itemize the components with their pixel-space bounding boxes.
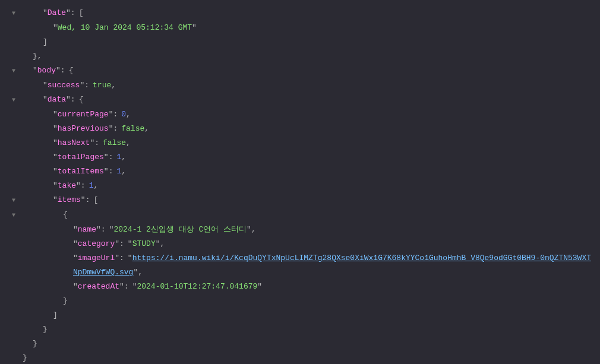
json-line: "hasPrevious":false,	[0, 122, 600, 136]
json-content: "hasNext":false,	[23, 136, 600, 150]
json-line: }	[0, 322, 600, 337]
json-string: 2024-01-10T12:27:47.041679	[137, 282, 257, 291]
json-line: "imageUrl":"https://i.namu.wiki/i/KcqDuQ…	[0, 251, 600, 280]
json-line: "name":"2024-1 2신입생 대상 C언어 스터디",	[0, 223, 600, 237]
json-content: "imageUrl":"https://i.namu.wiki/i/KcqDuQ…	[23, 251, 600, 280]
json-line: }	[0, 351, 600, 364]
json-content: "Wed, 10 Jan 2024 05:12:34 GMT"	[23, 21, 600, 35]
json-viewer: ▼ "Date":[ "Wed, 10 Jan 2024 05:12:34 GM…	[0, 6, 600, 364]
json-key: success	[48, 81, 80, 90]
json-content: }	[23, 294, 600, 308]
json-line: "category":"STUDY",	[0, 237, 600, 251]
json-content: "createdAt":"2024-01-10T12:27:47.041679"	[23, 280, 600, 294]
json-key: hasPrevious	[58, 124, 109, 133]
json-line: ▼ "body":{	[0, 64, 600, 78]
json-key: data	[48, 95, 66, 104]
chevron-down-icon: ▼	[12, 64, 15, 78]
json-key: category	[78, 239, 115, 248]
json-key: hasNext	[58, 138, 90, 147]
json-content: "name":"2024-1 2신입생 대상 C언어 스터디",	[23, 223, 600, 237]
json-key: name	[78, 225, 96, 234]
json-key: take	[58, 181, 76, 190]
json-number: 0	[121, 110, 126, 119]
json-content: "data":{	[23, 93, 600, 107]
json-boolean: false	[103, 138, 126, 147]
chevron-down-icon: ▼	[12, 7, 15, 21]
json-content: "category":"STUDY",	[23, 237, 600, 251]
json-line: ▼ "items":[	[0, 193, 600, 208]
json-line: ]	[0, 35, 600, 49]
json-key: imageUrl	[78, 254, 115, 262]
json-string: 2024-1 2신입생 대상 C언어 스터디	[113, 225, 247, 234]
json-content: }	[23, 322, 600, 337]
json-line: "totalPages":1,	[0, 150, 600, 164]
json-line: "success":true,	[0, 78, 600, 93]
json-line: "totalItems":1,	[0, 164, 600, 179]
json-content: "success":true,	[23, 78, 600, 93]
fold-toggle[interactable]: ▼	[0, 93, 23, 107]
fold-toggle[interactable]: ▼	[0, 193, 23, 208]
json-content: ]	[23, 308, 600, 322]
json-content: "currentPage":0,	[23, 107, 600, 122]
json-content: },	[23, 49, 600, 64]
json-string: STUDY	[132, 239, 156, 248]
json-boolean: true	[93, 81, 111, 90]
chevron-down-icon: ▼	[12, 194, 15, 208]
chevron-down-icon: ▼	[12, 208, 15, 223]
json-content: "take":1,	[23, 179, 600, 193]
json-line: },	[0, 49, 600, 64]
fold-toggle[interactable]: ▼	[0, 208, 23, 223]
fold-toggle[interactable]: ▼	[0, 6, 23, 21]
json-boolean: false	[121, 124, 144, 133]
json-content: "totalItems":1,	[23, 164, 600, 179]
json-content: }	[23, 351, 600, 364]
json-key: createdAt	[78, 282, 119, 291]
json-content: "body":{	[23, 64, 600, 78]
json-line: ▼ {	[0, 208, 600, 223]
json-line: "take":1,	[0, 179, 600, 193]
json-content: "items":[	[23, 193, 600, 207]
json-key: totalItems	[58, 167, 104, 176]
json-key: totalPages	[58, 153, 104, 162]
json-string: Wed, 10 Jan 2024 05:12:34 GMT	[58, 23, 192, 32]
json-key: currentPage	[58, 110, 109, 119]
json-line: ▼ "Date":[	[0, 6, 600, 21]
json-content: "hasPrevious":false,	[23, 122, 600, 136]
json-content: "Date":[	[23, 6, 600, 20]
json-content: {	[23, 208, 600, 222]
json-line: ▼ "data":{	[0, 93, 600, 107]
json-url-link[interactable]: https://i.namu.wiki/i/KcqDuQYTxNpUcLIMZT…	[73, 254, 591, 277]
json-key: items	[58, 195, 81, 204]
json-line: "createdAt":"2024-01-10T12:27:47.041679"	[0, 280, 600, 294]
chevron-down-icon: ▼	[12, 93, 15, 107]
json-line: ]	[0, 308, 600, 322]
json-line: }	[0, 337, 600, 351]
json-content: "totalPages":1,	[23, 150, 600, 164]
json-line: }	[0, 294, 600, 308]
json-key: body	[37, 66, 56, 75]
json-key: Date	[48, 8, 66, 17]
json-content: }	[23, 337, 600, 351]
json-line: "hasNext":false,	[0, 136, 600, 150]
fold-toggle[interactable]: ▼	[0, 64, 23, 78]
json-line: "currentPage":0,	[0, 107, 600, 122]
json-line: "Wed, 10 Jan 2024 05:12:34 GMT"	[0, 21, 600, 35]
json-content: ]	[23, 35, 600, 49]
